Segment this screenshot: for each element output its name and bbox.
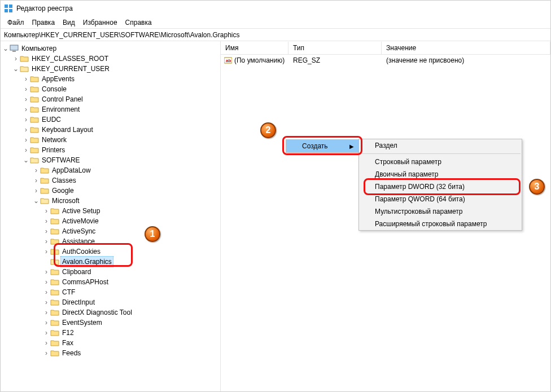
expander-icon[interactable]: › <box>42 226 50 236</box>
tree-item[interactable]: ›Environment <box>2 104 220 114</box>
expander-icon[interactable]: › <box>42 348 50 358</box>
context-submenu: Раздел Строковый параметр Двоичный парам… <box>358 139 522 231</box>
tree-item[interactable]: ›Google <box>2 186 220 196</box>
tree-item[interactable]: ›Clipboard <box>2 267 220 277</box>
ctx-binary[interactable]: Двоичный параметр <box>359 168 522 180</box>
tree-label: F12 <box>60 328 76 338</box>
tree-item[interactable]: ›AppDataLow <box>2 165 220 175</box>
tree-label: Microsoft <box>50 196 81 206</box>
menu-view[interactable]: Вид <box>59 17 78 28</box>
tree-item[interactable]: ⌄SOFTWARE <box>2 155 220 165</box>
tree-item[interactable]: ›Control Panel <box>2 94 220 104</box>
expander-icon[interactable]: › <box>22 145 30 155</box>
tree-item[interactable]: ›EUDC <box>2 114 220 125</box>
expander-icon[interactable]: › <box>32 175 40 186</box>
list-row[interactable]: ab (По умолчанию) REG_SZ (значение не пр… <box>221 55 550 66</box>
tree-item[interactable]: ›F12 <box>2 328 220 338</box>
tree-item[interactable]: ›AuthCookies <box>2 246 220 257</box>
expander-icon[interactable]: › <box>42 297 50 307</box>
tree-label: ActiveMovie <box>60 216 100 226</box>
expander-icon[interactable]: › <box>22 135 30 145</box>
tree-item[interactable]: ⌄Microsoft <box>2 196 220 206</box>
callout-1: 1 <box>145 226 160 242</box>
expander-icon[interactable]: › <box>22 74 30 84</box>
folder-icon <box>50 329 59 337</box>
tree-item[interactable]: ›CTF <box>2 287 220 297</box>
expander-icon[interactable]: › <box>42 216 50 226</box>
ctx-qword[interactable]: Параметр QWORD (64 бита) <box>359 193 522 205</box>
tree-item[interactable]: ›Fax <box>2 338 220 348</box>
menu-favorites[interactable]: Избранное <box>80 17 121 28</box>
tree-pane[interactable]: ⌄Компьютер›HKEY_CLASSES_ROOT⌄HKEY_CURREN… <box>1 41 221 391</box>
col-value[interactable]: Значение <box>382 42 550 54</box>
folder-icon <box>30 75 39 83</box>
tree-item[interactable]: ›CommsAPHost <box>2 277 220 287</box>
list-pane[interactable]: Имя Тип Значение ab (По умолчанию) REG_S… <box>221 41 550 391</box>
ctx-expand[interactable]: Расширяемый строковый параметр <box>359 218 522 230</box>
expander-icon[interactable]: › <box>22 94 30 104</box>
tree-label: Environment <box>40 104 81 114</box>
tree-item[interactable]: ›DirectInput <box>2 297 220 307</box>
col-type[interactable]: Тип <box>288 42 382 54</box>
tree-item[interactable]: ›Classes <box>2 175 220 186</box>
menu-help[interactable]: Справка <box>122 17 155 28</box>
tree-item[interactable]: ›AppEvents <box>2 74 220 84</box>
ctx-create[interactable]: Создать ▶ <box>286 140 358 152</box>
expander-icon[interactable]: › <box>42 287 50 297</box>
tree-item[interactable]: ›Feeds <box>2 348 220 358</box>
expander-icon[interactable]: › <box>22 125 30 135</box>
tree-label: Control Panel <box>40 94 85 104</box>
tree-item[interactable]: ⌄Компьютер <box>2 43 220 54</box>
expander-icon[interactable]: ⌄ <box>32 196 40 206</box>
expander-icon[interactable]: › <box>22 104 30 114</box>
expander-icon[interactable]: ⌄ <box>22 155 30 165</box>
expander-icon[interactable]: › <box>42 267 50 277</box>
tree-item[interactable]: ›HKEY_CLASSES_ROOT <box>2 54 220 64</box>
expander-icon[interactable]: › <box>42 206 50 216</box>
tree-label: Console <box>40 84 68 94</box>
tree-label: Keyboard Layout <box>40 125 95 135</box>
menu-edit[interactable]: Правка <box>29 17 59 28</box>
address-bar[interactable]: Компьютер\HKEY_CURRENT_USER\SOFTWARE\Mic… <box>1 29 550 41</box>
expander-icon[interactable]: › <box>42 236 50 246</box>
expander-icon[interactable]: › <box>22 84 30 94</box>
expander-icon[interactable]: › <box>22 114 30 125</box>
address-text: Компьютер\HKEY_CURRENT_USER\SOFTWARE\Mic… <box>4 31 240 39</box>
menu-file[interactable]: Файл <box>4 17 28 28</box>
expander-icon[interactable]: › <box>42 307 50 318</box>
ctx-section[interactable]: Раздел <box>359 139 522 152</box>
tree-item[interactable]: ›Active Setup <box>2 206 220 216</box>
expander-icon[interactable]: ⌄ <box>12 64 20 74</box>
tree-item[interactable]: ›ActiveMovie <box>2 216 220 226</box>
tree-item[interactable]: ›Network <box>2 135 220 145</box>
tree-item[interactable]: ›Keyboard Layout <box>2 125 220 135</box>
expander-icon[interactable]: › <box>32 186 40 196</box>
expander-icon[interactable]: › <box>42 246 50 257</box>
menubar: Файл Правка Вид Избранное Справка <box>1 16 550 29</box>
expander-icon[interactable]: › <box>12 54 20 64</box>
expander-icon[interactable]: › <box>42 338 50 348</box>
folder-icon <box>30 105 39 113</box>
expander-icon[interactable]: › <box>42 277 50 287</box>
folder-icon <box>40 177 49 184</box>
col-name[interactable]: Имя <box>221 42 288 54</box>
tree-item[interactable]: Avalon.Graphics <box>2 257 220 267</box>
expander-icon[interactable]: › <box>42 318 50 328</box>
ctx-multi[interactable]: Мультистроковый параметр <box>359 205 522 218</box>
ctx-string[interactable]: Строковый параметр <box>359 156 522 168</box>
callout-2: 2 <box>260 122 276 138</box>
tree-item[interactable]: ›Console <box>2 84 220 94</box>
tree-item[interactable]: ›EventSystem <box>2 318 220 328</box>
tree-item[interactable]: ›Assistance <box>2 236 220 246</box>
row-name: (По умолчанию) <box>234 56 285 64</box>
expander-icon[interactable]: › <box>42 328 50 338</box>
ctx-dword[interactable]: Параметр DWORD (32 бита) <box>359 180 522 193</box>
tree-item[interactable]: ›ActiveSync <box>2 226 220 236</box>
tree-item[interactable]: ⌄HKEY_CURRENT_USER <box>2 64 220 74</box>
expander-icon[interactable]: › <box>32 165 40 175</box>
tree-item[interactable]: ›DirectX Diagnostic Tool <box>2 307 220 318</box>
tree-item[interactable]: ›Printers <box>2 145 220 155</box>
folder-icon <box>50 217 59 225</box>
folder-icon <box>50 207 59 215</box>
expander-icon[interactable]: ⌄ <box>2 43 10 54</box>
